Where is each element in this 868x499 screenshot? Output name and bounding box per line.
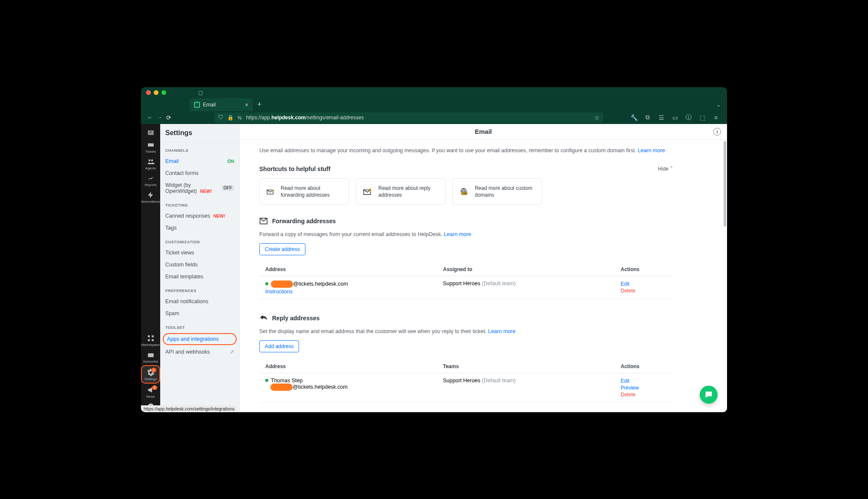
toolbar-right-icons: 🔧 ⧉ ☰ ▭ ⓘ ⬚ ≡ [630,114,723,121]
learn-more-link[interactable]: Learn more [444,231,471,237]
shortcuts-title-row: Shortcuts to helpful stuff Hide ˄ [259,165,673,172]
app-area: Tickets Agents Reports Automations Marke… [141,124,727,412]
settings-header: Settings [160,124,239,142]
sidebar-item-custom-fields[interactable]: Custom fields [160,259,239,271]
tabs-dropdown-icon[interactable]: ⌄ [716,102,721,108]
tool-icon[interactable]: 🔧 [630,114,637,121]
chevron-up-icon: ˄ [670,166,673,172]
helpdesk-favicon-icon [194,102,200,108]
sidebar-item-tags[interactable]: Tags [160,222,239,234]
tab-title: Email [203,102,216,108]
extensions-icon[interactable]: ⬚ [699,114,706,121]
forwarding-section-icon [259,217,268,225]
forwarding-title: Forwarding addresses [259,217,673,225]
reply-desc: Set the display name and email address t… [259,328,673,334]
news-badge: 9 [152,385,157,390]
status-bar-url: https://app.helpdesk.com/settings/integr… [141,405,237,412]
sidebar-item-apps-integrations[interactable]: Apps and integrations [163,333,237,345]
svg-point-1 [151,159,153,161]
redacted-text [271,281,293,288]
edit-link[interactable]: Edit [621,281,630,287]
external-link-icon: ⇗ [230,349,234,355]
content-header: Email i [240,124,727,140]
sidebar-item-widget[interactable]: Widget (by OpenWidget) NEW!OFF [160,179,239,197]
card-domains[interactable]: .COM Read more about custom domains [452,178,542,205]
reader-icon[interactable]: ▭ [672,114,678,121]
rail-item-marketplace[interactable]: Marketplace [141,332,160,348]
content-area: Email i Use email addresses to manage yo… [240,124,727,412]
settings-sidebar: Settings CHANNELS EmailON Contact forms … [160,124,240,412]
add-address-button[interactable]: Add address [259,340,299,352]
library-icon[interactable]: ☰ [658,114,665,121]
nav-forward-button[interactable]: → [155,114,164,121]
toolbar: ← → ⟳ ⛉ 🔒 ⇆ https://app.helpdesk.com/set… [141,111,727,124]
rail-logo[interactable] [141,127,160,139]
sidebar-item-email[interactable]: EmailON [160,155,239,167]
edit-link[interactable]: Edit [621,378,630,384]
shortcut-cards: Read more about forwarding addresses Rea… [259,178,673,205]
section-label-ticketing: TICKETING [160,197,239,210]
card-reply[interactable]: Read more about reply addresses [356,178,446,205]
sidebar-item-canned[interactable]: Canned responses NEW! [160,210,239,222]
new-tab-button[interactable]: + [253,98,266,111]
address-bar[interactable]: ⛉ 🔒 ⇆ https://app.helpdesk.com/settings/… [214,112,603,123]
chat-icon [704,390,713,399]
reply-table: Address Teams Actions Thomas Step @ticke… [259,360,673,403]
section-label-toolset: TOOLSET [160,319,239,332]
card-forwarding[interactable]: Read more about forwarding addresses [259,178,349,205]
nav-reload-button[interactable]: ⟳ [164,114,173,121]
tab-close-icon[interactable]: × [245,101,249,108]
permissions-icon[interactable]: ⇆ [237,115,243,121]
sidebar-toggle-icon[interactable]: ▢ [198,90,203,96]
create-address-button[interactable]: Create address [259,243,305,255]
browser-tab[interactable]: Email × [190,98,253,111]
learn-more-link[interactable]: Learn more [488,328,516,334]
instructions-link[interactable]: Instructions [265,289,443,295]
nav-back-button[interactable]: ← [145,114,155,121]
preview-link[interactable]: Preview [621,384,639,391]
menu-icon[interactable]: ≡ [713,114,719,121]
sidebar-item-ticket-views[interactable]: Ticket views [160,247,239,259]
delete-link[interactable]: Delete [621,287,636,294]
table-head: Address Teams Actions [259,360,673,373]
svg-rect-4 [148,339,150,341]
chat-fab[interactable] [700,386,718,404]
rail-item-agents[interactable]: Agents [141,155,160,172]
rail-item-news[interactable]: 9News [141,384,160,400]
bookmark-star-icon[interactable]: ☆ [594,114,600,121]
tab-bar: Email × + [141,98,727,111]
tracking-shield-icon[interactable]: ⛉ [218,115,224,121]
lock-icon[interactable]: 🔒 [227,115,233,121]
pocket-icon[interactable]: ⧉ [644,114,651,121]
hide-toggle[interactable]: Hide ˄ [658,166,673,172]
sidebar-item-api-webhooks[interactable]: API and webhooks⇗ [160,346,239,358]
rail-item-settings[interactable]: 2Settings [141,365,160,384]
window-titlebar: ▢ [141,87,727,98]
sidebar-item-contact-forms[interactable]: Contact forms [160,167,239,179]
rail-item-subscribe[interactable]: Subscribe [141,348,160,365]
reply-icon [363,186,372,197]
window-zoom-button[interactable] [161,90,166,95]
status-dot-icon [265,282,268,285]
learn-more-link[interactable]: Learn more [638,148,665,154]
svg-rect-3 [152,335,154,337]
account-icon[interactable]: ⓘ [685,114,692,121]
url-text: https://app.helpdesk.com/settings/email-… [246,115,364,121]
content-scrollbar[interactable] [724,141,726,410]
window-close-button[interactable] [146,90,151,95]
sidebar-item-spam[interactable]: Spam [160,307,239,319]
table-row[interactable]: Thomas Step @tickets.helpdesk.com Suppor… [259,373,673,403]
svg-text:.COM: .COM [462,192,466,195]
page-title: Email [475,128,492,135]
info-icon[interactable]: i [713,128,721,136]
table-head: Address Assigned to Actions [259,263,673,276]
delete-link[interactable]: Delete [621,391,636,398]
sidebar-item-email-templates[interactable]: Email templates [160,271,239,283]
sidebar-item-email-notifications[interactable]: Email notifications [160,295,239,307]
window-minimize-button[interactable] [154,90,158,95]
rail-item-automations[interactable]: Automations [141,189,160,205]
rail-item-tickets[interactable]: Tickets [141,139,160,155]
svg-point-0 [148,159,150,161]
table-row[interactable]: @tickets.helpdesk.com Instructions Suppo… [259,276,673,299]
rail-item-reports[interactable]: Reports [141,172,160,189]
